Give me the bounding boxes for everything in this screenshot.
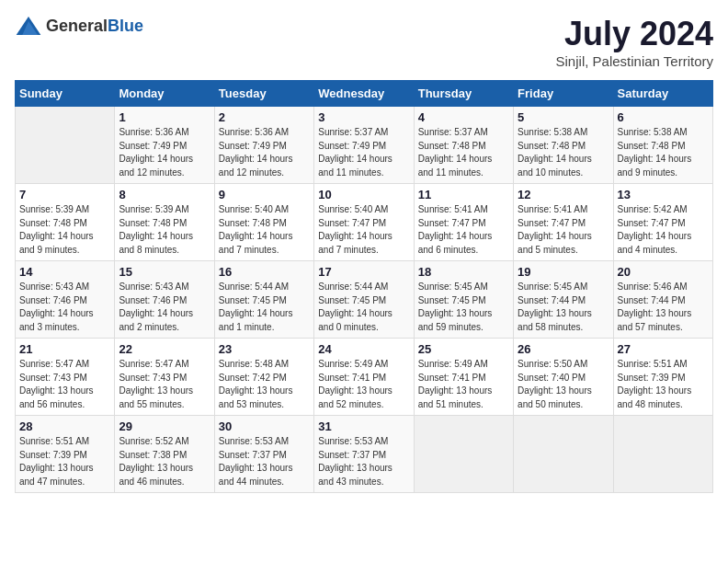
calendar-cell: 4Sunrise: 5:37 AM Sunset: 7:48 PM Daylig…: [414, 107, 513, 184]
calendar-cell: 21Sunrise: 5:47 AM Sunset: 7:43 PM Dayli…: [16, 339, 115, 416]
day-header-wednesday: Wednesday: [314, 81, 414, 107]
calendar-cell: 22Sunrise: 5:47 AM Sunset: 7:43 PM Dayli…: [115, 339, 214, 416]
day-number: 20: [618, 265, 709, 279]
day-info: Sunrise: 5:51 AM Sunset: 7:39 PM Dayligh…: [19, 435, 110, 488]
day-info: Sunrise: 5:53 AM Sunset: 7:37 PM Dayligh…: [318, 435, 409, 488]
day-number: 3: [318, 110, 409, 124]
day-number: 27: [618, 342, 709, 356]
day-number: 2: [219, 110, 310, 124]
calendar-week-4: 21Sunrise: 5:47 AM Sunset: 7:43 PM Dayli…: [16, 339, 713, 416]
day-number: 19: [518, 265, 609, 279]
calendar-cell: 3Sunrise: 5:37 AM Sunset: 7:49 PM Daylig…: [314, 107, 414, 184]
calendar-header-row: SundayMondayTuesdayWednesdayThursdayFrid…: [16, 81, 713, 107]
day-number: 18: [418, 265, 509, 279]
day-number: 8: [119, 188, 210, 201]
calendar-table: SundayMondayTuesdayWednesdayThursdayFrid…: [15, 80, 713, 493]
logo: GeneralBlue: [15, 15, 143, 37]
day-info: Sunrise: 5:45 AM Sunset: 7:44 PM Dayligh…: [518, 281, 609, 334]
day-info: Sunrise: 5:53 AM Sunset: 7:37 PM Dayligh…: [219, 435, 310, 488]
day-info: Sunrise: 5:47 AM Sunset: 7:43 PM Dayligh…: [19, 358, 110, 411]
day-number: 13: [618, 188, 709, 201]
calendar-cell: 10Sunrise: 5:40 AM Sunset: 7:47 PM Dayli…: [314, 184, 414, 261]
calendar-cell: 30Sunrise: 5:53 AM Sunset: 7:37 PM Dayli…: [214, 416, 313, 493]
day-number: 25: [418, 342, 509, 356]
calendar-cell: 28Sunrise: 5:51 AM Sunset: 7:39 PM Dayli…: [16, 416, 115, 493]
day-number: 11: [418, 188, 509, 201]
day-header-thursday: Thursday: [414, 81, 513, 107]
calendar-cell: 16Sunrise: 5:44 AM Sunset: 7:45 PM Dayli…: [214, 261, 313, 339]
calendar-cell: 13Sunrise: 5:42 AM Sunset: 7:47 PM Dayli…: [613, 184, 712, 261]
day-number: 16: [219, 265, 310, 279]
day-number: 23: [219, 342, 310, 356]
calendar-cell: 25Sunrise: 5:49 AM Sunset: 7:41 PM Dayli…: [414, 339, 513, 416]
calendar-cell: 19Sunrise: 5:45 AM Sunset: 7:44 PM Dayli…: [514, 261, 613, 339]
day-info: Sunrise: 5:38 AM Sunset: 7:48 PM Dayligh…: [518, 126, 609, 179]
calendar-cell: 27Sunrise: 5:51 AM Sunset: 7:39 PM Dayli…: [613, 339, 712, 416]
day-number: 29: [119, 419, 210, 433]
day-number: 26: [518, 342, 609, 356]
calendar-cell: 5Sunrise: 5:38 AM Sunset: 7:48 PM Daylig…: [514, 107, 613, 184]
day-number: 9: [219, 188, 310, 201]
day-info: Sunrise: 5:49 AM Sunset: 7:41 PM Dayligh…: [318, 358, 409, 411]
calendar-cell: 11Sunrise: 5:41 AM Sunset: 7:47 PM Dayli…: [414, 184, 513, 261]
calendar-cell: 23Sunrise: 5:48 AM Sunset: 7:42 PM Dayli…: [214, 339, 313, 416]
day-info: Sunrise: 5:43 AM Sunset: 7:46 PM Dayligh…: [19, 281, 110, 334]
day-info: Sunrise: 5:40 AM Sunset: 7:47 PM Dayligh…: [318, 203, 409, 257]
day-number: 4: [418, 110, 509, 124]
day-info: Sunrise: 5:39 AM Sunset: 7:48 PM Dayligh…: [119, 203, 210, 257]
day-number: 10: [318, 188, 409, 201]
calendar-cell: 12Sunrise: 5:41 AM Sunset: 7:47 PM Dayli…: [514, 184, 613, 261]
day-number: 1: [119, 110, 210, 124]
calendar-week-2: 7Sunrise: 5:39 AM Sunset: 7:48 PM Daylig…: [16, 184, 713, 261]
calendar-cell: 15Sunrise: 5:43 AM Sunset: 7:46 PM Dayli…: [115, 261, 214, 339]
day-header-tuesday: Tuesday: [214, 81, 313, 107]
day-info: Sunrise: 5:45 AM Sunset: 7:45 PM Dayligh…: [418, 281, 509, 334]
day-info: Sunrise: 5:42 AM Sunset: 7:47 PM Dayligh…: [618, 203, 709, 257]
day-info: Sunrise: 5:36 AM Sunset: 7:49 PM Dayligh…: [219, 126, 310, 179]
calendar-cell: 24Sunrise: 5:49 AM Sunset: 7:41 PM Dayli…: [314, 339, 414, 416]
calendar-cell: 31Sunrise: 5:53 AM Sunset: 7:37 PM Dayli…: [314, 416, 414, 493]
logo-blue: Blue: [108, 17, 143, 35]
calendar-cell: 7Sunrise: 5:39 AM Sunset: 7:48 PM Daylig…: [16, 184, 115, 261]
title-area: July 2024 Sinjil, Palestinian Territory: [556, 15, 713, 69]
calendar-body: 1Sunrise: 5:36 AM Sunset: 7:49 PM Daylig…: [16, 107, 713, 493]
subtitle: Sinjil, Palestinian Territory: [556, 53, 713, 69]
day-info: Sunrise: 5:38 AM Sunset: 7:48 PM Dayligh…: [618, 126, 709, 179]
header: GeneralBlue July 2024 Sinjil, Palestinia…: [15, 15, 713, 69]
day-number: 14: [19, 265, 110, 279]
day-number: 15: [119, 265, 210, 279]
calendar-week-3: 14Sunrise: 5:43 AM Sunset: 7:46 PM Dayli…: [16, 261, 713, 339]
day-info: Sunrise: 5:51 AM Sunset: 7:39 PM Dayligh…: [618, 358, 709, 411]
main-title: July 2024: [556, 15, 713, 53]
day-number: 24: [318, 342, 409, 356]
day-info: Sunrise: 5:43 AM Sunset: 7:46 PM Dayligh…: [119, 281, 210, 334]
day-info: Sunrise: 5:52 AM Sunset: 7:38 PM Dayligh…: [119, 435, 210, 488]
day-number: 7: [19, 188, 110, 201]
day-info: Sunrise: 5:41 AM Sunset: 7:47 PM Dayligh…: [518, 203, 609, 257]
day-number: 30: [219, 419, 310, 433]
day-number: 17: [318, 265, 409, 279]
day-number: 5: [518, 110, 609, 124]
day-info: Sunrise: 5:49 AM Sunset: 7:41 PM Dayligh…: [418, 358, 509, 411]
calendar-cell: 2Sunrise: 5:36 AM Sunset: 7:49 PM Daylig…: [214, 107, 313, 184]
day-info: Sunrise: 5:37 AM Sunset: 7:48 PM Dayligh…: [418, 126, 509, 179]
day-info: Sunrise: 5:37 AM Sunset: 7:49 PM Dayligh…: [318, 126, 409, 179]
day-number: 28: [19, 419, 110, 433]
day-info: Sunrise: 5:41 AM Sunset: 7:47 PM Dayligh…: [418, 203, 509, 257]
day-header-sunday: Sunday: [16, 81, 115, 107]
day-header-friday: Friday: [514, 81, 613, 107]
day-info: Sunrise: 5:39 AM Sunset: 7:48 PM Dayligh…: [19, 203, 110, 257]
calendar-cell: 6Sunrise: 5:38 AM Sunset: 7:48 PM Daylig…: [613, 107, 712, 184]
calendar-cell: 1Sunrise: 5:36 AM Sunset: 7:49 PM Daylig…: [115, 107, 214, 184]
calendar-cell: 17Sunrise: 5:44 AM Sunset: 7:45 PM Dayli…: [314, 261, 414, 339]
calendar-cell: [613, 416, 712, 493]
day-number: 21: [19, 342, 110, 356]
calendar-cell: 26Sunrise: 5:50 AM Sunset: 7:40 PM Dayli…: [514, 339, 613, 416]
day-info: Sunrise: 5:47 AM Sunset: 7:43 PM Dayligh…: [119, 358, 210, 411]
day-info: Sunrise: 5:50 AM Sunset: 7:40 PM Dayligh…: [518, 358, 609, 411]
calendar-cell: 20Sunrise: 5:46 AM Sunset: 7:44 PM Dayli…: [613, 261, 712, 339]
day-info: Sunrise: 5:40 AM Sunset: 7:48 PM Dayligh…: [219, 203, 310, 257]
day-info: Sunrise: 5:36 AM Sunset: 7:49 PM Dayligh…: [119, 126, 210, 179]
day-number: 12: [518, 188, 609, 201]
day-info: Sunrise: 5:44 AM Sunset: 7:45 PM Dayligh…: [219, 281, 310, 334]
